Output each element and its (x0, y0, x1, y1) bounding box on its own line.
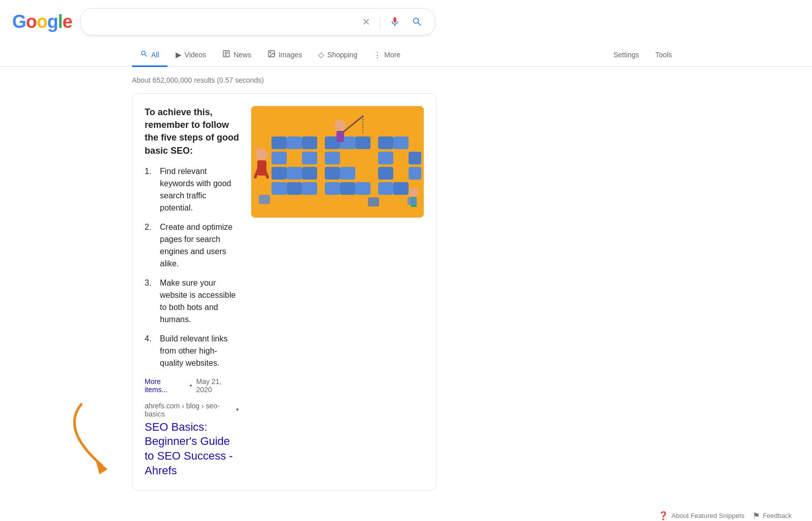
list-text-1: Find relevant keywords with good search … (160, 165, 239, 214)
search-submit-button[interactable] (410, 14, 425, 29)
question-circle-icon: ❓ (658, 511, 668, 520)
clear-search-button[interactable]: ✕ (360, 14, 373, 30)
svg-rect-29 (393, 136, 409, 149)
svg-rect-17 (287, 182, 302, 195)
tab-more-label: More (384, 51, 400, 59)
feedback-icon: ⚑ (753, 511, 760, 520)
logo-l: l (58, 11, 62, 32)
google-logo: Google (12, 11, 72, 32)
feedback-link[interactable]: ⚑ Feedback (753, 511, 792, 520)
voice-search-button[interactable] (387, 14, 402, 29)
svg-rect-23 (325, 167, 340, 180)
shopping-icon: ◇ (318, 50, 324, 59)
svg-rect-35 (393, 182, 409, 195)
tab-shopping[interactable]: ◇ Shopping (310, 44, 365, 67)
svg-rect-48 (408, 197, 417, 205)
tab-all-label: All (151, 51, 159, 59)
list-num-1: 1. (145, 165, 156, 214)
about-snippets-label: About Featured Snippets (671, 512, 745, 519)
search-input[interactable]: how to do seo (91, 17, 354, 27)
logo-e: e (62, 11, 72, 32)
more-dots-icon: ⋮ (374, 50, 381, 59)
divider (380, 16, 380, 28)
svg-rect-16 (272, 182, 287, 195)
video-icon: ▶ (176, 50, 182, 59)
svg-rect-9 (287, 136, 302, 149)
search-nav: All ▶ Videos News Images ◇ Shopping (0, 44, 812, 67)
snippet-list: 1. Find relevant keywords with good sear… (145, 165, 239, 369)
svg-rect-24 (340, 167, 355, 180)
result-title-link[interactable]: SEO Basics: Beginner's Guide to SEO Succ… (145, 420, 239, 478)
svg-rect-27 (355, 182, 370, 195)
list-num-2: 2. (145, 221, 156, 270)
svg-rect-15 (302, 152, 317, 164)
chevron-down-icon: ▾ (236, 406, 239, 413)
svg-rect-8 (272, 136, 287, 149)
search-icon (412, 16, 423, 27)
svg-rect-32 (378, 167, 393, 180)
tab-more[interactable]: ⋮ More (365, 44, 409, 67)
breadcrumb: ahrefs.com › blog › seo-basics (145, 402, 233, 418)
search-icon (140, 50, 148, 59)
list-text-2: Create and optimize pages for search eng… (160, 221, 239, 270)
snippet-title: To achieve this, remember to follow the … (145, 106, 239, 157)
about-featured-snippets-link[interactable]: ❓ About Featured Snippets (658, 511, 745, 520)
list-text-3: Make sure your website is accessible to … (160, 277, 239, 326)
svg-rect-13 (287, 167, 302, 180)
news-icon (222, 50, 230, 59)
svg-rect-10 (302, 136, 317, 149)
result-source: ahrefs.com › blog › seo-basics ▾ SEO Bas… (145, 402, 239, 478)
tab-tools[interactable]: Tools (647, 45, 680, 66)
list-num-3: 3. (145, 277, 156, 326)
svg-rect-47 (368, 197, 379, 206)
tab-images[interactable]: Images (259, 44, 310, 67)
logo-g2: g (47, 11, 58, 32)
svg-rect-46 (259, 195, 270, 204)
tab-news-label: News (233, 51, 251, 59)
search-bar: how to do seo ✕ (80, 8, 435, 36)
results-count: About 652,000,000 results (0.57 seconds) (132, 71, 436, 93)
tab-shopping-label: Shopping (327, 51, 357, 59)
list-item: 1. Find relevant keywords with good sear… (145, 165, 239, 214)
logo-g: G (12, 11, 26, 32)
arrow-annotation (51, 399, 142, 480)
svg-point-44 (409, 188, 418, 197)
results-area: About 652,000,000 results (0.57 seconds)… (0, 67, 436, 503)
svg-rect-11 (272, 152, 287, 164)
close-icon: ✕ (362, 16, 370, 28)
svg-point-40 (334, 120, 346, 131)
list-item: 4. Build relevant links from other high-… (145, 333, 239, 369)
svg-rect-12 (272, 167, 287, 180)
svg-rect-21 (355, 136, 370, 149)
page-footer: ❓ About Featured Snippets ⚑ Feedback (0, 503, 812, 521)
search-icons: ✕ (360, 14, 425, 30)
header: Google how to do seo ✕ (0, 0, 812, 44)
tab-videos[interactable]: ▶ Videos (167, 44, 215, 67)
svg-point-5 (270, 52, 271, 53)
list-text-4: Build relevant links from other high-qua… (160, 333, 239, 369)
tab-videos-label: Videos (185, 51, 207, 59)
tab-settings-label: Settings (614, 51, 639, 59)
featured-snippet-wrapper: To achieve this, remember to follow the … (132, 93, 436, 491)
list-num-4: 4. (145, 333, 156, 369)
svg-rect-31 (409, 152, 421, 164)
source-url: ahrefs.com › blog › seo-basics ▾ (145, 402, 239, 418)
svg-rect-18 (302, 182, 317, 195)
svg-rect-28 (378, 136, 393, 149)
tab-news[interactable]: News (214, 44, 259, 67)
logo-o2: o (37, 11, 47, 32)
svg-rect-34 (378, 182, 393, 195)
svg-rect-14 (302, 167, 317, 180)
microphone-icon (389, 16, 400, 27)
featured-snippet-card: To achieve this, remember to follow the … (132, 93, 436, 491)
more-items-link[interactable]: More items... (145, 377, 186, 394)
snippet-content: To achieve this, remember to follow the … (145, 106, 239, 478)
snippet-footer: More items... • May 21, 2020 (145, 377, 239, 394)
tab-settings[interactable]: Settings (605, 45, 648, 66)
tab-images-label: Images (279, 51, 302, 59)
seo-illustration (251, 106, 424, 218)
tab-all[interactable]: All (132, 44, 167, 67)
svg-rect-41 (336, 131, 344, 142)
svg-rect-22 (325, 152, 340, 164)
svg-rect-25 (325, 182, 340, 195)
